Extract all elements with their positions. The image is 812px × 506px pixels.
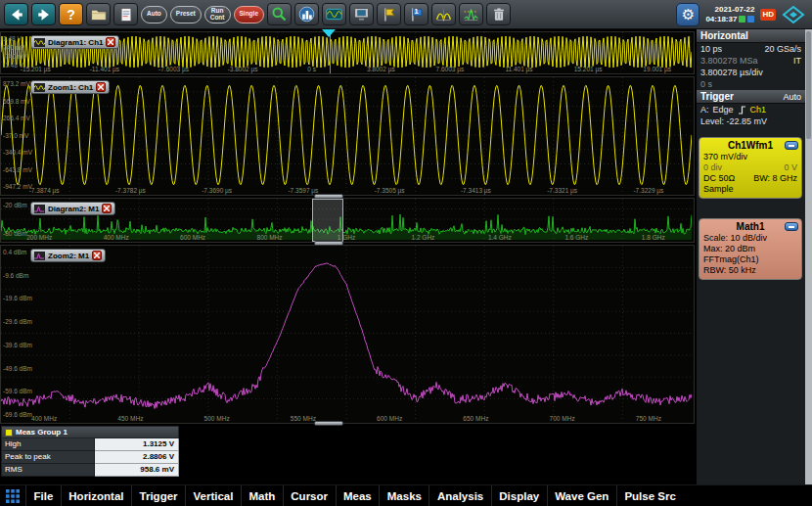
preset-button[interactable]: Preset xyxy=(170,6,202,23)
meas-row: Peak to peak 2.8806 V xyxy=(1,451,179,464)
math1-scale-value: Scale: 10 dB/div xyxy=(703,233,797,244)
diagram2-panel[interactable]: Diagram2: M1 -20 dBm-80 dBm200 MHz400 MH… xyxy=(0,198,695,243)
record-length-value: 3.800278 MSa xyxy=(700,55,758,67)
zoom1-panel[interactable]: Zoom1: Ch1 873.2 mV569.8 mV266.4 mV-37.0… xyxy=(0,76,695,196)
delete-button[interactable] xyxy=(486,3,511,25)
panel-splitter[interactable] xyxy=(314,194,343,199)
undo-button[interactable] xyxy=(4,3,28,25)
close-icon[interactable] xyxy=(92,251,102,260)
ch1-signal-card[interactable]: Ch1Wfm1 370 mV/div 0 div 0 V DC 50Ω BW: … xyxy=(699,137,802,199)
menu-item-display[interactable]: Display xyxy=(491,485,547,506)
trigger-level-value: Level: -22.85 mV xyxy=(700,115,767,127)
trigger-section-header[interactable]: Trigger Auto xyxy=(697,90,805,104)
ch1-decimation-value: Sample xyxy=(703,184,797,195)
timebase-scale-value: 3.800278 µs/div xyxy=(700,67,763,78)
run-label-2: Cont xyxy=(210,15,225,22)
menu-item-math[interactable]: Math xyxy=(241,485,283,506)
channel-waveform-icon xyxy=(34,83,45,92)
single-label: Single xyxy=(240,11,259,18)
zoom1-region-marker[interactable] xyxy=(330,34,331,74)
minimize-icon[interactable] xyxy=(785,222,798,231)
histogram-icon xyxy=(297,5,316,23)
zoom1-tab-label: Zoom1: Ch1 xyxy=(48,83,93,92)
trigger-position-marker[interactable] xyxy=(322,29,336,37)
histogram-button[interactable] xyxy=(294,3,319,25)
open-recall-button[interactable] xyxy=(86,3,111,25)
zoom2-tab-label: Zoom2: M1 xyxy=(48,252,89,260)
marker-flag-button[interactable]: 1 xyxy=(404,3,429,25)
math-waveform-icon xyxy=(34,252,45,260)
screenshot-button[interactable] xyxy=(349,3,374,25)
horizontal-position-value: 0 s xyxy=(700,78,712,90)
horizontal-section-header[interactable]: Horizontal xyxy=(697,29,805,43)
trigger-title: Trigger xyxy=(700,91,734,102)
menu-item-cursor[interactable]: Cursor xyxy=(283,485,336,506)
fft-icon xyxy=(434,5,453,23)
fft-button[interactable] xyxy=(431,3,456,25)
math-waveform-icon xyxy=(34,205,45,213)
meas-group-title: Meas Group 1 xyxy=(16,428,68,437)
arrow-left-icon xyxy=(8,6,25,23)
spectrum-icon xyxy=(462,5,480,23)
menu-item-meas[interactable]: Meas xyxy=(336,485,380,506)
magnifier-icon xyxy=(270,5,289,23)
math1-signal-card[interactable]: Math1 Scale: 10 dB/div Max: 20 dBm FFTma… xyxy=(699,218,802,280)
autoset-button[interactable]: Auto xyxy=(141,6,167,23)
diagram1-tab[interactable]: Diagram1: Ch1 xyxy=(30,35,119,49)
menu-item-masks[interactable]: Masks xyxy=(379,485,429,506)
arrow-right-icon xyxy=(35,6,53,23)
horizontal-row: 0 s xyxy=(697,78,805,90)
annotate-flag-button[interactable] xyxy=(377,3,401,25)
sidebar-scrollbar[interactable] xyxy=(805,29,812,484)
redo-button[interactable] xyxy=(31,3,56,25)
menu-item-wave-gen[interactable]: Wave Gen xyxy=(547,485,616,506)
settings-button[interactable]: ⚙ xyxy=(676,3,699,26)
menu-item-vertical[interactable]: Vertical xyxy=(185,485,241,506)
close-icon[interactable] xyxy=(106,37,115,47)
close-icon[interactable] xyxy=(102,204,112,213)
single-button[interactable]: Single xyxy=(234,6,265,23)
trigger-type-value: Edge xyxy=(713,104,734,115)
datetime-display: 2021-07-22 04:18:37 xyxy=(705,5,754,24)
status-green-icon xyxy=(739,16,745,23)
zoom2-panel[interactable]: Zoom2: M1 0.4 dBm-9.6 dBm-19.6 dBm-29.6 … xyxy=(0,245,695,424)
menu-item-pulse-src[interactable]: Pulse Src xyxy=(616,485,683,506)
meas-group-header[interactable]: Meas Group 1 xyxy=(1,426,179,438)
scrollbar-thumb[interactable] xyxy=(806,31,811,139)
minimize-icon[interactable] xyxy=(785,141,798,150)
zoom2-tab[interactable]: Zoom2: M1 xyxy=(30,249,106,262)
menu-item-file[interactable]: File xyxy=(25,485,61,506)
meas-value: 2.8806 V xyxy=(95,451,179,464)
horizontal-title: Horizontal xyxy=(700,30,748,41)
zoom1-tab[interactable]: Zoom1: Ch1 xyxy=(30,80,110,94)
status-blue-icon xyxy=(747,16,754,23)
zoom-button[interactable] xyxy=(267,3,292,25)
trigger-state: Auto xyxy=(783,92,801,102)
spectrum-button[interactable] xyxy=(459,3,483,25)
menu-item-horizontal[interactable]: Horizontal xyxy=(61,485,131,506)
zoom2-region-marker[interactable] xyxy=(312,199,343,242)
panel-splitter[interactable] xyxy=(314,421,343,426)
panel-splitter[interactable] xyxy=(314,241,343,246)
report-button[interactable] xyxy=(113,3,138,25)
channel-waveform-icon xyxy=(34,38,45,47)
folder-icon xyxy=(89,5,108,23)
close-icon[interactable] xyxy=(96,82,106,92)
diagram2-tab[interactable]: Diagram2: M1 xyxy=(30,202,115,215)
meas-label: RMS xyxy=(1,464,95,477)
run-continuous-button[interactable]: Run Cont xyxy=(204,6,231,23)
diagram1-panel[interactable]: Diagram1: Ch1 1.48 V740 mV-740 mV-1.48 V… xyxy=(0,31,695,74)
horizontal-row: 3.800278 µs/div xyxy=(697,67,805,78)
meas-value: 958.6 mV xyxy=(95,464,179,477)
help-button[interactable]: ? xyxy=(59,3,83,25)
meas-gate-button[interactable] xyxy=(322,3,346,25)
rs-logo-icon xyxy=(782,5,805,24)
math1-max-value: Max: 20 dBm xyxy=(703,244,797,254)
math1-card-title: Math1 xyxy=(703,221,797,233)
zoom2-plot xyxy=(1,246,692,421)
menu-button[interactable] xyxy=(0,485,25,506)
resolution-value: 10 ps xyxy=(700,43,722,55)
menu-item-trigger[interactable]: Trigger xyxy=(131,485,185,506)
menu-item-analysis[interactable]: Analysis xyxy=(429,485,490,506)
rising-edge-icon xyxy=(738,106,746,115)
